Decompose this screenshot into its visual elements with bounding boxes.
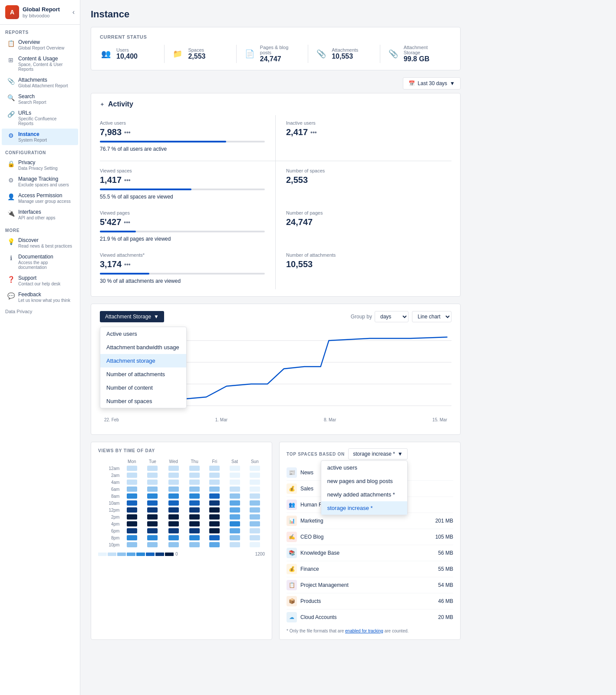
sidebar-icon-attachments: 📎 xyxy=(7,77,15,85)
activity-block-0: Active users 7,983••• 76.7 % of all user… xyxy=(100,115,276,161)
heatmap-cell-5-5 xyxy=(224,500,244,506)
heatmap-cell-7-5 xyxy=(224,513,244,520)
sidebar-item-search[interactable]: 🔍 Search Search Report xyxy=(2,91,78,107)
heatmap-cell-8-3 xyxy=(184,520,204,527)
act-dots-0: ••• xyxy=(124,129,131,136)
stat-value-3: 10,553 xyxy=(332,53,358,60)
heatmap-cell-11-6 xyxy=(245,541,265,548)
heatmap-cell-10-0 xyxy=(121,534,142,541)
space-avatar-8: 📦 xyxy=(287,596,297,606)
chart-type-select[interactable]: Line chartBar chart xyxy=(412,311,451,322)
x-label-2: 1. Mar xyxy=(215,417,227,422)
chart-option-num-spaces[interactable]: Number of spaces xyxy=(100,394,186,408)
legend-seg-1 xyxy=(108,553,116,556)
heatmap-cell-11-0 xyxy=(121,541,142,548)
sidebar-toggle[interactable]: ‹ xyxy=(72,8,75,16)
sidebar-name-interfaces: Interfaces xyxy=(18,209,56,215)
sidebar-item-access-permission[interactable]: 👤 Access Permission Manage user group ac… xyxy=(2,190,78,206)
chart-option-num-attachments[interactable]: Number of attachments xyxy=(100,367,186,381)
act-label-7: Number of attachments xyxy=(286,252,451,258)
heatmap-row-5: 10am xyxy=(98,500,265,506)
heatmap-cell-5-1 xyxy=(142,500,162,506)
sidebar-item-urls[interactable]: 🔗 URLs Specific Confluence Reports xyxy=(2,107,78,129)
heatmap-cell-2-1 xyxy=(142,479,162,486)
sidebar-item-discover[interactable]: 💡 Discover Read news & best practices xyxy=(2,235,78,251)
sidebar-icon-support: ❓ xyxy=(7,275,15,283)
heatmap-cell-1-6 xyxy=(245,472,265,479)
heatmap-row-6: 12pm xyxy=(98,506,265,513)
heatmap-cell-6-5 xyxy=(224,506,244,513)
sidebar-text-instance: Instance System Report xyxy=(18,131,47,142)
sidebar-item-privacy[interactable]: 🔒 Privacy Data Privacy Setting xyxy=(2,157,78,173)
sidebar-item-feedback[interactable]: 💬 Feedback Let us know what you think xyxy=(2,289,78,305)
heatmap-cell-6-0 xyxy=(121,506,142,513)
chart-option-attachment-bandwidth[interactable]: Attachment bandwidth usage xyxy=(100,341,186,354)
activity-grid: Active users 7,983••• 76.7 % of all user… xyxy=(100,115,451,289)
sidebar-icon-access-permission: 👤 xyxy=(7,193,15,201)
chart-option-num-content[interactable]: Number of content xyxy=(100,381,186,394)
sidebar-footer[interactable]: Data Privacy xyxy=(0,305,80,318)
heatmap-cell-8-4 xyxy=(204,520,224,527)
legend-label-0: 0 xyxy=(175,552,178,556)
sidebar-name-search: Search xyxy=(18,93,46,99)
sidebar-item-documentation[interactable]: ℹ Documentation Access the app documenta… xyxy=(2,251,78,272)
sidebar-name-discover: Discover xyxy=(18,237,72,243)
sidebar-item-instance[interactable]: ⚙ Instance System Report xyxy=(2,129,78,145)
sidebar-item-attachments[interactable]: 📎 Attachments Global Attachment Report xyxy=(2,74,78,91)
heatmap-cell-2-4 xyxy=(204,479,224,486)
heatmap-time-7: 2pm xyxy=(98,513,121,520)
spaces-option-storage-increase[interactable]: storage increase * xyxy=(321,501,407,515)
heatmap-cell-9-3 xyxy=(184,527,204,534)
heatmap-cell-10-2 xyxy=(162,534,184,541)
sidebar-icon-feedback: 💬 xyxy=(7,292,15,300)
heatmap-grid: MonTueWedThuFriSatSun12am2am4am6am8am10a… xyxy=(98,458,265,548)
sidebar-item-support[interactable]: ❓ Support Contact our help desk xyxy=(2,272,78,289)
heatmap-cell-0-5 xyxy=(224,465,244,472)
space-avatar-4: ✍ xyxy=(287,532,297,542)
sidebar-item-content-usage[interactable]: ⊞ Content & Usage Space, Content & User … xyxy=(2,53,78,74)
space-avatar-2: 👥 xyxy=(287,500,297,510)
group-by-select[interactable]: daysweeksmonths xyxy=(375,311,408,322)
heatmap-cell-1-1 xyxy=(142,472,162,479)
heatmap-cell-7-1 xyxy=(142,513,162,520)
act-label-0: Active users xyxy=(100,120,265,126)
progress-bar-fill-2 xyxy=(100,189,191,190)
heatmap-cell-5-2 xyxy=(162,500,184,506)
status-label: Current Status xyxy=(100,34,451,40)
chart-controls: Attachment Storage ▼ Active usersAttachm… xyxy=(100,311,451,322)
spaces-footnote: * Only the file formats that are enabled… xyxy=(287,629,453,633)
sidebar-item-interfaces[interactable]: 🔌 Interfaces API and other apps xyxy=(2,206,78,223)
status-icon-1: 📁 xyxy=(171,48,184,60)
sidebar-icon-search: 🔍 xyxy=(7,94,15,102)
sidebar-item-manage-tracking[interactable]: ⚙ Manage Tracking Exclude spaces and use… xyxy=(2,173,78,190)
sidebar-sub-support: Contact our help desk xyxy=(18,281,60,286)
heatmap-time-1: 2am xyxy=(98,472,121,479)
act-label-4: Viewed pages xyxy=(100,210,265,215)
activity-block-7: Number of attachments 10,553 xyxy=(276,247,451,289)
spaces-option-new-pages[interactable]: new pages and blog posts xyxy=(321,474,407,488)
legend-label-max: 1200 xyxy=(255,552,265,556)
chart-option-attachment-storage[interactable]: Attachment storage xyxy=(100,354,186,367)
chart-dropdown-btn[interactable]: Attachment Storage ▼ xyxy=(100,311,164,322)
sidebar-name-urls: URLs xyxy=(18,110,73,116)
heatmap-time-9: 6pm xyxy=(98,527,121,534)
heatmap-cell-0-6 xyxy=(245,465,265,472)
space-name-6: Finance xyxy=(300,566,435,572)
spaces-dropdown-btn[interactable]: storage increase * ▼ xyxy=(348,448,408,460)
stat-value-1: 2,553 xyxy=(188,53,205,60)
heatmap-row-11: 10pm xyxy=(98,541,265,548)
tracking-link[interactable]: enabled for tracking xyxy=(345,629,383,633)
spaces-option-newly-added[interactable]: newly added attachments * xyxy=(321,488,407,501)
sidebar-item-overview[interactable]: 📋 Overview Global Report Overview xyxy=(2,36,78,53)
main-content: Instance Current Status 👥 Users 10,400 📁… xyxy=(80,0,616,695)
spaces-dropdown-label: storage increase * xyxy=(353,451,395,457)
stat-name-1: Spaces xyxy=(188,47,205,53)
heatmap-row-3: 6am xyxy=(98,486,265,493)
heatmap-cell-3-2 xyxy=(162,486,184,493)
spaces-option-active-users[interactable]: active users xyxy=(321,461,407,474)
heatmap-cell-9-2 xyxy=(162,527,184,534)
act-dots-6: ••• xyxy=(124,261,131,268)
date-filter-btn[interactable]: 📅 Last 30 days ▼ xyxy=(403,77,461,89)
chart-option-active-users[interactable]: Active users xyxy=(100,327,186,341)
act-value-4: 5'427••• xyxy=(100,217,265,227)
